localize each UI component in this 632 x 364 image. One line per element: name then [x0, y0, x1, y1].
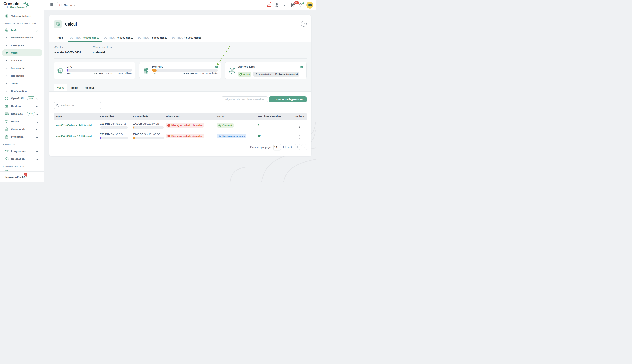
- sidebar-subitem-machines-virtuelles[interactable]: Machines virtuelles: [3, 34, 42, 41]
- automation-label: Automatisation :: [258, 73, 273, 76]
- wand-icon: [255, 73, 257, 76]
- add-hypervisor-label: Ajouter un hyperviseur: [276, 98, 304, 101]
- next-page-button[interactable]: [301, 144, 307, 150]
- row-actions-button[interactable]: [299, 135, 300, 138]
- sidebar-item-openshift[interactable]: OpenShift Bêta: [0, 95, 44, 102]
- sidebar-subitem-stockage[interactable]: Stockage: [3, 57, 42, 64]
- sidebar-item-label: IaaS: [11, 29, 17, 32]
- tab-clu002-ucs12[interactable]: DC-TH3S/clu002-ucs12: [102, 34, 136, 42]
- beta-badge: Bêta: [27, 96, 36, 100]
- avatar[interactable]: KC: [306, 2, 313, 8]
- chevron-down-icon: [36, 158, 38, 161]
- sidebar-subitem-configuration[interactable]: Configuration: [3, 88, 42, 94]
- tab-separator: /: [116, 36, 116, 39]
- sidebar-item-infogerance[interactable]: Infogérance: [0, 148, 44, 154]
- sidebar-item-label: Réseau: [11, 120, 20, 123]
- sidebar-subitem-catalogues[interactable]: Catalogues: [3, 42, 42, 49]
- vcenter-info: vCenter vc-vstack-002-t0001: [54, 46, 85, 56]
- prev-page-button[interactable]: [295, 144, 300, 150]
- tab-clu001-ucs12[interactable]: DC-TH3S/clu001-ucs12: [68, 34, 102, 42]
- cpu-progressbar: [67, 69, 132, 72]
- alerts-button[interactable]: [267, 3, 271, 7]
- cpu-usage-bar: [100, 137, 128, 139]
- cluster-summary: vCenter vc-vstack-002-t0001 Classe du cl…: [49, 42, 311, 92]
- tab-reseaux[interactable]: Réseaux: [81, 84, 97, 92]
- refresh-button[interactable]: [301, 21, 307, 27]
- alert-circle-icon: [167, 124, 170, 127]
- memory-usage-text: 19.81 GB sur 256 GB utilisés: [182, 72, 218, 75]
- ram-usage-bar: [133, 137, 164, 139]
- sidebar-section-secnumcloud: PRODUITS SECNUMCLOUD: [3, 22, 43, 25]
- search-input[interactable]: [61, 104, 99, 107]
- tab-tous[interactable]: Tous: [55, 34, 65, 42]
- update-pill-label: Mise à jour du build disponible: [171, 135, 202, 137]
- search-field[interactable]: [54, 102, 101, 109]
- sidebar-item-commande[interactable]: Commande: [0, 126, 44, 133]
- chevron-up-icon: [36, 29, 38, 32]
- calcul-card: Calcul Tous DC-TH3S/clu001-ucs12 DC-TH3S…: [49, 15, 311, 156]
- maintenance-icon: [219, 135, 221, 137]
- row-actions-button[interactable]: [299, 125, 300, 128]
- tenant-name: Nordri: [64, 4, 72, 7]
- new-badge: New: [27, 112, 35, 116]
- sidebar-item-stockage[interactable]: Stockage New: [0, 110, 44, 117]
- notifications-button[interactable]: [299, 3, 302, 7]
- sidebar-item-label: Infogérance: [11, 150, 26, 152]
- cpu-usage-text: 894 MHz sur 76.61 GHz utilisés: [94, 72, 132, 75]
- tab-separator: /: [150, 36, 150, 39]
- host-link[interactable]: esx004-t0001-ucs12-th3s.rvirt: [56, 135, 92, 138]
- menu-toggle-button[interactable]: [50, 3, 53, 7]
- cpu-percent: 2%: [67, 72, 70, 75]
- tab-clu001-ucs12-2[interactable]: DC-TH3S/clu001-ucs12: [136, 34, 170, 42]
- add-hypervisor-button[interactable]: +Ajouter un hyperviseur: [269, 96, 307, 102]
- sidebar-item-inventaire[interactable]: Inventaire: [0, 134, 44, 140]
- openshift-icon: [5, 96, 9, 100]
- cpu-usage-bar: [100, 126, 128, 128]
- search-icon: [56, 104, 59, 107]
- drs-edit-button[interactable]: [300, 66, 303, 68]
- tools-button[interactable]: 9+: [290, 3, 295, 7]
- tab-clu003-ucs15[interactable]: DC-TH3S/clu003-ucs15: [170, 34, 204, 42]
- page: Console by Cloud Temple: [0, 0, 316, 182]
- tab-hosts[interactable]: Hosts: [54, 84, 67, 92]
- sidebar-item-reseau[interactable]: Réseau: [0, 118, 44, 125]
- tab-regles[interactable]: Règles: [67, 84, 81, 92]
- hosts-panel: Migration de machines virtuelles +Ajoute…: [49, 92, 311, 156]
- card-header: Calcul Tous DC-TH3S/clu001-ucs12 DC-TH3S…: [49, 15, 311, 42]
- sidebar-subitem-calcul[interactable]: Calcul: [3, 50, 42, 56]
- cluster-tabs: Tous DC-TH3S/clu001-ucs12 DC-TH3S/clu002…: [55, 34, 307, 42]
- vm-count: 6: [258, 124, 259, 127]
- memory-edit-button[interactable]: [215, 66, 218, 68]
- sidebar: Console by Cloud Temple: [0, 0, 44, 182]
- calcul-icon: [54, 20, 62, 28]
- col-cpu: CPU utilisé: [100, 113, 133, 120]
- update-pill-label: Mise à jour du build disponible: [171, 124, 202, 126]
- sidebar-item-dashboard[interactable]: Tableau de bord: [0, 12, 44, 20]
- status-pill-label: Connecté: [223, 124, 232, 126]
- sidebar-subitem-sauvegarde[interactable]: Sauvegarde: [3, 65, 42, 72]
- plus-icon: +: [272, 98, 274, 101]
- cluster-class-info: Classe du cluster meta-std: [85, 46, 114, 56]
- sidebar-item-bastion[interactable]: Bastion: [0, 102, 44, 110]
- dashboard-icon: [5, 14, 9, 18]
- feedback-button[interactable]: [283, 3, 287, 7]
- support-button[interactable]: [275, 3, 279, 7]
- sidebar-subitem-sante[interactable]: Santé: [3, 80, 42, 87]
- tenant-selector[interactable]: Nordri: [57, 2, 79, 8]
- logo[interactable]: Console by Cloud Temple: [0, 0, 44, 10]
- migrate-vms-button[interactable]: Migration de machines virtuelles: [222, 96, 268, 102]
- cpu-total-value: sur 76.61 GHz utilisés: [106, 72, 132, 75]
- whats-new-link[interactable]: Nouveautés 4.0.1: [6, 176, 28, 179]
- sidebar-section-administration: ADMINISTRATION: [3, 165, 43, 168]
- cluster-class-value: meta-std: [93, 51, 114, 54]
- sidebar-subitem-replication[interactable]: Replication: [3, 72, 42, 79]
- chevron-down-icon: [36, 113, 38, 116]
- host-link[interactable]: esx002-t0001-ucs12-th3s.rvirt: [56, 124, 92, 127]
- drs-card: vSphere DRS Activé Automatisation : Enti…: [225, 62, 307, 80]
- sidebar-item-iaas[interactable]: IaaS: [0, 27, 44, 34]
- table-header-row: Nom CPU utilisé RAM utilisée Mises à jou…: [54, 113, 307, 120]
- col-status: Statut: [217, 113, 258, 120]
- cpu-cell-text: 101 MHz Sur 38.3 GHz: [100, 122, 133, 125]
- per-page-select[interactable]: 10: [273, 144, 281, 150]
- sidebar-item-colocation[interactable]: Colocation: [0, 155, 44, 162]
